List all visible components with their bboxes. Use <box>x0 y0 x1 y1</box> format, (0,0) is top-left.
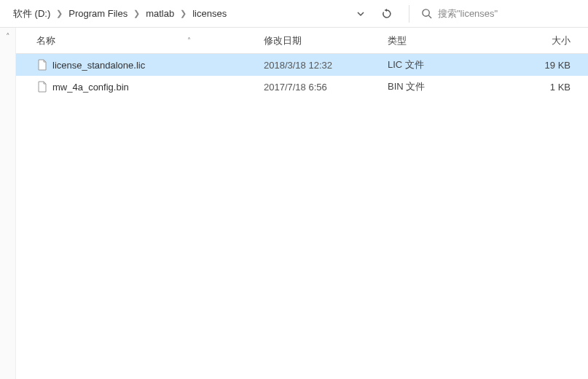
sort-indicator-icon: ˄ <box>187 36 249 44</box>
file-row[interactable]: license_standalone.lic 2018/3/18 12:32 L… <box>16 54 588 76</box>
breadcrumb-item[interactable]: licenses <box>189 0 230 27</box>
column-label: 名称 <box>36 34 55 47</box>
file-row[interactable]: mw_4a_config.bin 2017/7/18 6:56 BIN 文件 1… <box>16 76 588 98</box>
column-header-name[interactable]: 名称 ˄ <box>16 34 256 47</box>
column-header-type[interactable]: 类型 <box>380 34 490 47</box>
file-list-pane: 名称 ˄ 修改日期 类型 大小 license_standalone.lic 2… <box>16 28 588 379</box>
divider <box>409 5 409 23</box>
chevron-up-icon: ˄ <box>6 32 10 379</box>
file-date: 2017/7/18 6:56 <box>256 82 380 93</box>
search-icon <box>421 8 432 19</box>
svg-point-0 <box>423 9 429 16</box>
column-label: 大小 <box>552 34 571 47</box>
file-name: mw_4a_config.bin <box>52 82 129 93</box>
file-size: 19 KB <box>490 60 588 71</box>
chevron-right-icon[interactable]: ❯ <box>53 9 66 18</box>
main-area: ˄ 名称 ˄ 修改日期 类型 大小 license_standalone.lic… <box>0 28 588 379</box>
refresh-button[interactable] <box>377 4 397 24</box>
breadcrumb-item[interactable]: Program Files <box>66 0 130 27</box>
history-dropdown-button[interactable] <box>350 4 371 24</box>
file-size: 1 KB <box>490 82 588 93</box>
chevron-right-icon[interactable]: ❯ <box>177 9 189 18</box>
nav-controls <box>342 4 406 24</box>
file-type: BIN 文件 <box>380 80 490 93</box>
column-header-size[interactable]: 大小 <box>490 34 588 47</box>
breadcrumb-label: Program Files <box>68 8 128 19</box>
column-label: 修改日期 <box>264 34 302 47</box>
file-name: license_standalone.lic <box>52 60 145 71</box>
chevron-right-icon[interactable]: ❯ <box>130 9 143 18</box>
column-headers: 名称 ˄ 修改日期 类型 大小 <box>16 28 588 54</box>
file-rows: license_standalone.lic 2018/3/18 12:32 L… <box>16 54 588 98</box>
breadcrumb-label: 软件 (D:) <box>13 7 50 20</box>
breadcrumb-label: matlab <box>146 8 174 19</box>
file-type: LIC 文件 <box>380 58 490 71</box>
column-header-date[interactable]: 修改日期 <box>256 34 380 47</box>
breadcrumb-item[interactable]: 软件 (D:) <box>10 0 53 27</box>
svg-line-1 <box>428 15 431 18</box>
file-date: 2018/3/18 12:32 <box>256 60 380 71</box>
search-box[interactable] <box>412 0 584 27</box>
search-input[interactable] <box>438 8 584 19</box>
file-icon <box>36 59 48 71</box>
breadcrumb-item[interactable]: matlab <box>143 0 177 27</box>
column-label: 类型 <box>388 34 407 47</box>
navigation-pane-collapsed[interactable]: ˄ <box>0 28 16 379</box>
file-icon <box>36 81 48 93</box>
breadcrumb: 软件 (D:) ❯ Program Files ❯ matlab ❯ licen… <box>4 0 230 27</box>
breadcrumb-label: licenses <box>192 8 227 19</box>
address-toolbar: 软件 (D:) ❯ Program Files ❯ matlab ❯ licen… <box>0 0 588 28</box>
